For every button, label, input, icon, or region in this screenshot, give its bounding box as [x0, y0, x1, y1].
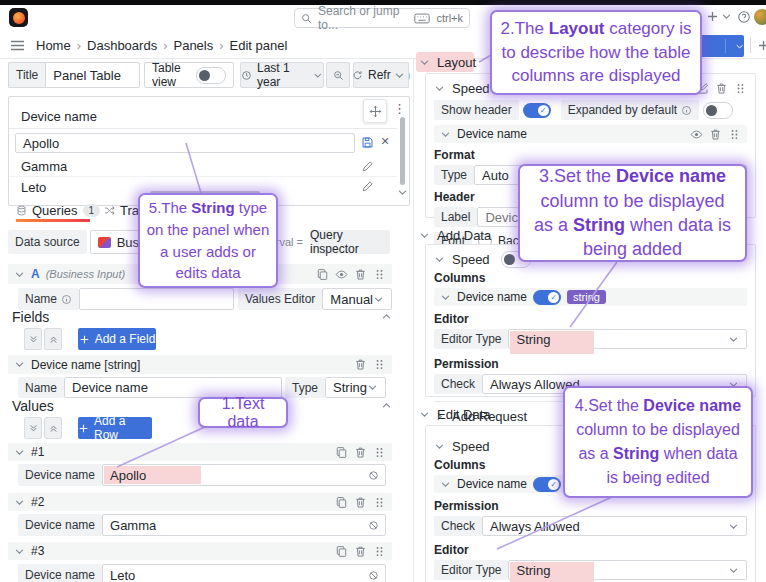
row-value-input[interactable]: Leto — [102, 564, 386, 582]
speed-label: Speed — [452, 252, 490, 267]
panel-actions-icon[interactable] — [757, 39, 766, 52]
expanded-toggle[interactable] — [703, 102, 733, 119]
expand-all-button[interactable] — [44, 417, 62, 439]
duplicate-icon[interactable] — [335, 446, 348, 459]
category-layout[interactable]: Layout — [419, 52, 476, 72]
drag-handle-icon[interactable] — [373, 496, 386, 509]
duplicate-icon[interactable] — [316, 268, 329, 281]
field-item-header[interactable]: Device name [string] — [8, 355, 392, 374]
cell-edit-input[interactable]: Apollo — [15, 133, 355, 153]
search-placeholder: Search or jump to... — [318, 4, 408, 32]
editor-type-select[interactable]: String — [508, 329, 747, 349]
pencil-icon[interactable] — [361, 160, 374, 173]
panel-menu-icon[interactable]: ⋮ — [393, 101, 406, 116]
value-row-header[interactable]: #1 — [8, 443, 392, 461]
value-row-header[interactable]: #3 — [8, 542, 392, 560]
row-value-input[interactable]: Gamma — [102, 514, 386, 536]
layout-column-device[interactable]: Device name — [434, 125, 747, 143]
info-icon — [681, 105, 692, 116]
move-panel-handle[interactable] — [363, 99, 387, 123]
chevron-down-icon — [373, 294, 384, 305]
breadcrumb-dashboards[interactable]: Dashboards — [87, 38, 157, 53]
field-item-label: Device name [string] — [31, 358, 140, 372]
category-add-data[interactable]: Add Data — [419, 226, 491, 244]
values-toolbar: Add a Row — [24, 417, 152, 439]
chevron-down-icon — [728, 334, 739, 345]
trash-icon[interactable] — [715, 82, 728, 95]
scrollbar-thumb[interactable] — [400, 117, 405, 185]
search-input[interactable]: Search or jump to... ctrl+k — [294, 8, 470, 28]
add-data-section: Speed Columns Device name ✓ string Edito… — [425, 244, 756, 397]
grafana-logo[interactable] — [9, 8, 28, 27]
collapse-icon[interactable] — [381, 311, 392, 322]
zoom-out-button[interactable] — [326, 62, 350, 88]
trash-icon[interactable] — [354, 358, 367, 371]
collapse-icon[interactable] — [381, 400, 392, 411]
breadcrumb-panels[interactable]: Panels — [173, 38, 213, 53]
new-menu-button[interactable] — [706, 10, 732, 23]
panel-title-input[interactable]: Panel Table — [45, 62, 140, 88]
eye-icon[interactable] — [690, 128, 703, 141]
breadcrumb: Home › Dashboards › Panels › Edit panel — [36, 32, 287, 58]
collapse-all-button[interactable] — [24, 417, 42, 439]
chevron-down-icon — [735, 41, 744, 52]
time-range-picker[interactable]: Last 1 year — [240, 62, 324, 88]
row-field-label: Device name — [18, 564, 102, 582]
column-toggle[interactable]: ✓ — [533, 477, 561, 492]
duplicate-icon[interactable] — [335, 545, 348, 558]
query-inspector-button[interactable]: Query inspector — [310, 230, 390, 254]
expand-all-button[interactable] — [44, 328, 62, 350]
refresh-icon — [352, 70, 363, 81]
trash-icon[interactable] — [354, 268, 367, 281]
chevron-down-icon — [14, 269, 25, 280]
eye-icon[interactable] — [335, 268, 348, 281]
values-editor-select[interactable]: Manual — [322, 288, 392, 310]
duplicate-icon[interactable] — [335, 496, 348, 509]
help-icon[interactable] — [737, 10, 751, 24]
refresh-interval-dropdown[interactable] — [391, 62, 409, 88]
pane-divider[interactable] — [413, 58, 414, 582]
row-value-input[interactable]: Apollo — [102, 464, 386, 486]
disable-icon[interactable] — [368, 470, 379, 481]
drag-handle-icon[interactable] — [373, 545, 386, 558]
drag-handle-icon[interactable] — [373, 358, 386, 371]
pencil-icon[interactable] — [361, 180, 374, 193]
speed-label: Speed — [452, 439, 490, 454]
trash-icon[interactable] — [709, 128, 722, 141]
save-icon[interactable] — [361, 136, 374, 149]
column-toggle[interactable]: ✓ — [533, 290, 561, 305]
table-view-toggle[interactable] — [196, 67, 226, 84]
callout-2: 2.The Layout category is to describe how… — [490, 10, 702, 95]
drag-handle-icon[interactable] — [734, 82, 747, 95]
callout-5: 5.The String type on the panel when a us… — [138, 193, 278, 288]
columns-heading: Columns — [434, 271, 747, 285]
cancel-edit-icon[interactable]: × — [381, 133, 389, 149]
show-header-toggle[interactable]: ✓ — [523, 103, 551, 118]
disable-icon[interactable] — [368, 520, 379, 531]
table-column-header[interactable]: Device name — [21, 109, 97, 124]
disable-icon[interactable] — [368, 570, 379, 581]
category-edit-data[interactable]: Edit Data — [419, 405, 490, 423]
query-name-input[interactable] — [79, 288, 234, 310]
breadcrumb-separator: › — [163, 38, 167, 53]
add-row-button[interactable]: Add a Row — [78, 417, 152, 439]
tab-queries[interactable]: Queries 1 — [16, 201, 100, 219]
add-data-column-device[interactable]: Device name ✓ string — [434, 288, 747, 306]
avatar[interactable] — [754, 9, 766, 25]
trash-icon[interactable] — [354, 496, 367, 509]
drag-handle-icon[interactable] — [728, 128, 741, 141]
scroll-down-icon[interactable] — [397, 187, 408, 198]
drag-handle-icon[interactable] — [373, 446, 386, 459]
trash-icon[interactable] — [354, 446, 367, 459]
add-field-button[interactable]: Add a Field — [78, 328, 156, 350]
field-type-select[interactable]: String — [325, 377, 386, 398]
value-row-header[interactable]: #2 — [8, 493, 392, 511]
collapse-all-button[interactable] — [24, 328, 42, 350]
permission-check-select[interactable]: Always Allowed — [482, 516, 747, 536]
editor-type-select[interactable]: String — [508, 560, 747, 580]
breadcrumb-home[interactable]: Home — [36, 38, 71, 53]
trash-icon[interactable] — [354, 545, 367, 558]
drag-handle-icon[interactable] — [373, 268, 386, 281]
menu-icon[interactable] — [10, 39, 25, 52]
query-name-label: Name — [18, 288, 79, 310]
